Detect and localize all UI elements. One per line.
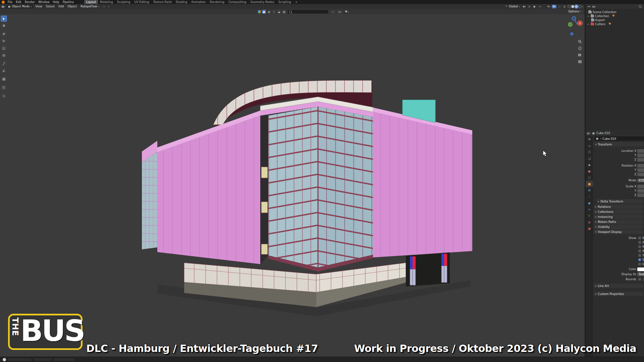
- tool-cursor[interactable]: ⊕: [1, 22, 7, 29]
- workspace-tab-uv-editing[interactable]: UV Editing: [132, 0, 151, 4]
- panel-custom-properties[interactable]: ▸Custom Properties: [594, 292, 643, 296]
- workspace-tab-animation[interactable]: Animation: [189, 0, 208, 4]
- tool-move[interactable]: ✢: [1, 31, 7, 37]
- object-name-field[interactable]: ▣ ▾ Cube.010: [594, 136, 644, 141]
- zoom-button[interactable]: [577, 39, 583, 44]
- select-mode-invert-button[interactable]: ◒: [277, 10, 281, 14]
- mode-dropdown[interactable]: ▣ Object Mode ▾: [6, 5, 33, 8]
- tool-rotate[interactable]: ↻: [1, 38, 7, 44]
- location-y-input[interactable]: [637, 154, 644, 157]
- xray-toggle[interactable]: ▣: [562, 5, 567, 8]
- select-mode-extend-button[interactable]: ◍: [267, 10, 271, 14]
- rotation-x-input[interactable]: [637, 164, 644, 168]
- menu-file[interactable]: File: [6, 0, 14, 4]
- tab-constraints[interactable]: ∞: [586, 206, 593, 213]
- menu-render[interactable]: Render: [23, 0, 37, 4]
- gizmo-z-axis[interactable]: [572, 17, 576, 20]
- search-input[interactable]: [287, 9, 329, 14]
- scale-z-input[interactable]: [637, 193, 644, 197]
- panel-visibility[interactable]: ▸Visibility: [594, 225, 643, 229]
- checkbox-bounds[interactable]: [638, 278, 641, 281]
- shading-solid-icon[interactable]: [571, 5, 574, 8]
- gizmo-y-axis[interactable]: [568, 22, 572, 26]
- scale-x-input[interactable]: [637, 185, 644, 188]
- snap-magnet-icon[interactable]: ∪: [527, 5, 531, 8]
- editor-divider[interactable]: [585, 4, 586, 357]
- outliner-row-scene-collection[interactable]: Scene Collection: [586, 10, 644, 14]
- shading-wireframe-icon[interactable]: [568, 5, 571, 8]
- panel-viewport-display[interactable]: ▾Viewport Display: [594, 230, 643, 234]
- tool-addon-b[interactable]: ◇: [1, 93, 7, 99]
- snap-target-icon[interactable]: ◈▾: [522, 5, 526, 8]
- rotation-mode-dropdown[interactable]: XYZ Euler: [637, 179, 644, 182]
- tool-select-box[interactable]: [1, 15, 7, 22]
- checkbox-axis[interactable]: [638, 241, 641, 244]
- checkbox-in-front[interactable]: [638, 263, 641, 265]
- falloff-curve-icon[interactable]: ∿▾: [537, 5, 541, 8]
- checkbox-all-edges[interactable]: [638, 250, 641, 252]
- proportional-editing-icon[interactable]: ◉: [532, 5, 536, 8]
- workspace-tab-shading[interactable]: Shading: [174, 0, 190, 4]
- tool-scale[interactable]: ◱: [1, 45, 7, 51]
- workspace-tab-modeling[interactable]: Modeling: [98, 0, 115, 4]
- menu-select[interactable]: Select: [45, 5, 56, 8]
- expand-arrow-icon[interactable]: ▸: [587, 23, 590, 25]
- tab-texture[interactable]: ▦: [586, 225, 593, 232]
- tool-add-cube[interactable]: ▧: [1, 76, 7, 82]
- editor-type-icon[interactable]: ▦▾: [1, 5, 5, 8]
- checkbox-shadow[interactable]: ✓: [638, 258, 641, 261]
- tab-modifiers[interactable]: ⚙: [586, 187, 593, 193]
- tab-object[interactable]: ■: [586, 181, 593, 187]
- outliner-row-collection[interactable]: ▸ Collection: [586, 14, 644, 18]
- tool-annotate[interactable]: ╱: [1, 60, 7, 67]
- outliner-row-export[interactable]: Export: [586, 18, 644, 22]
- display-mode-dropdown[interactable]: ≡▾: [337, 10, 343, 14]
- panel-motion-paths[interactable]: ▸Motion Paths: [594, 220, 643, 224]
- overlays-toggle[interactable]: ◫: [557, 5, 561, 8]
- retopoflow-menu[interactable]: RetopoFlow ▾: [79, 5, 100, 8]
- tab-object-data[interactable]: ▽: [586, 213, 593, 219]
- outliner-row-cutters[interactable]: ▸ Cutters: [586, 22, 644, 26]
- pan-button[interactable]: [577, 46, 583, 51]
- menu-help[interactable]: Help: [51, 0, 61, 4]
- workspace-add-button[interactable]: +: [293, 0, 300, 4]
- workspace-tab-rendering[interactable]: Rendering: [208, 0, 226, 4]
- tab-material[interactable]: ◍: [586, 219, 593, 225]
- gizmo-minus-axis[interactable]: [570, 32, 574, 36]
- menu-view[interactable]: View: [34, 5, 44, 8]
- select-mode-set-button[interactable]: ▣: [262, 10, 266, 14]
- menu-pipeline[interactable]: Pipeline: [61, 0, 75, 4]
- mini-dropdown2-icon[interactable]: ▾: [106, 5, 110, 8]
- tab-view-layer[interactable]: ❏: [586, 155, 593, 162]
- mini-dropdown-icon[interactable]: ◦▾: [101, 5, 105, 8]
- active-tool-icon[interactable]: [258, 10, 261, 13]
- checkbox-name[interactable]: [638, 237, 641, 239]
- workspace-tab-compositing[interactable]: Compositing: [226, 0, 248, 4]
- workspace-tab-layout[interactable]: Layout: [84, 0, 98, 4]
- workspace-tab-sculpting[interactable]: Sculpting: [115, 0, 132, 4]
- tab-tool[interactable]: ⚒: [586, 136, 593, 142]
- outliner-editor-icon[interactable]: ≡▾: [587, 5, 591, 8]
- menu-window[interactable]: Window: [37, 0, 51, 4]
- select-mode-subtract-button[interactable]: ◌: [272, 10, 276, 14]
- building-model[interactable]: X: [0, 14, 585, 357]
- tab-scene[interactable]: ◆: [586, 162, 593, 168]
- shading-dropdown-icon[interactable]: ▾: [582, 5, 583, 8]
- bounds-dropdown[interactable]: Box: [643, 278, 644, 281]
- scale-y-input[interactable]: [637, 189, 644, 193]
- color-swatch[interactable]: [637, 267, 644, 271]
- tool-addon-a[interactable]: ◰: [1, 84, 7, 90]
- tab-physics[interactable]: ◉: [586, 200, 593, 206]
- checkbox-texture-space[interactable]: [638, 254, 641, 257]
- workspace-tab-texture-paint[interactable]: Texture Paint: [151, 0, 174, 4]
- select-mode-intersect-button[interactable]: ▥: [282, 10, 286, 14]
- panel-line-art[interactable]: ▸Line Art: [594, 284, 643, 288]
- workspace-tab-geometry-nodes[interactable]: Geometry Nodes: [248, 0, 276, 4]
- panel-instancing[interactable]: ▸Instancing: [594, 215, 643, 219]
- blender-logo-icon[interactable]: [2, 1, 5, 4]
- checkbox-wireframe[interactable]: [638, 245, 641, 248]
- expand-arrow-icon[interactable]: ▸: [587, 15, 590, 17]
- display-as-dropdown[interactable]: Textured: [637, 273, 644, 276]
- location-x-input[interactable]: [637, 149, 644, 153]
- workspace-tab-scripting[interactable]: Scripting: [276, 0, 293, 4]
